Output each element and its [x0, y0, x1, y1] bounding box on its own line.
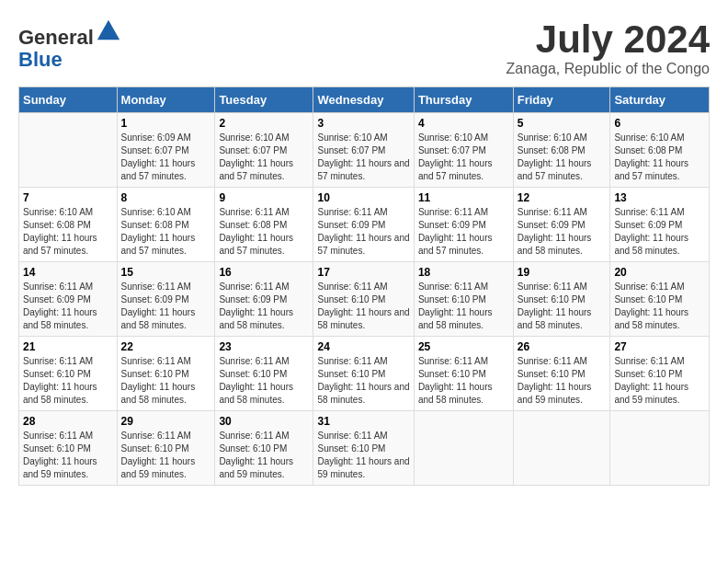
day-info: Sunrise: 6:10 AMSunset: 6:08 PMDaylight:…: [614, 132, 705, 183]
weekday-header: Friday: [513, 87, 610, 113]
weekday-header: Monday: [117, 87, 215, 113]
day-info: Sunrise: 6:11 AMSunset: 6:10 PMDaylight:…: [418, 355, 509, 407]
weekday-header: Saturday: [610, 87, 710, 113]
calendar-cell: 22Sunrise: 6:11 AMSunset: 6:10 PMDayligh…: [117, 337, 215, 411]
day-info: Sunrise: 6:11 AMSunset: 6:10 PMDaylight:…: [23, 430, 113, 481]
day-number: 24: [317, 340, 409, 353]
calendar-cell: 15Sunrise: 6:11 AMSunset: 6:09 PMDayligh…: [117, 262, 215, 337]
day-info: Sunrise: 6:11 AMSunset: 6:10 PMDaylight:…: [317, 430, 409, 481]
logo: General Blue: [18, 18, 121, 71]
day-number: 28: [23, 415, 113, 428]
day-info: Sunrise: 6:11 AMSunset: 6:10 PMDaylight:…: [518, 355, 607, 407]
calendar-cell: 16Sunrise: 6:11 AMSunset: 6:09 PMDayligh…: [215, 262, 313, 337]
day-number: 16: [219, 266, 309, 279]
day-info: Sunrise: 6:10 AMSunset: 6:08 PMDaylight:…: [23, 206, 113, 258]
calendar-cell: 28Sunrise: 6:11 AMSunset: 6:10 PMDayligh…: [19, 411, 118, 486]
calendar-cell: 9Sunrise: 6:11 AMSunset: 6:08 PMDaylight…: [215, 188, 313, 262]
day-info: Sunrise: 6:11 AMSunset: 6:10 PMDaylight:…: [23, 355, 113, 407]
day-info: Sunrise: 6:11 AMSunset: 6:09 PMDaylight:…: [518, 206, 607, 258]
day-info: Sunrise: 6:11 AMSunset: 6:10 PMDaylight:…: [518, 281, 607, 332]
page-header: General Blue July 2024 Zanaga, Republic …: [18, 18, 710, 77]
day-info: Sunrise: 6:11 AMSunset: 6:09 PMDaylight:…: [23, 281, 113, 332]
calendar-week-row: 14Sunrise: 6:11 AMSunset: 6:09 PMDayligh…: [19, 262, 710, 337]
day-number: 18: [418, 266, 509, 279]
calendar-cell: 12Sunrise: 6:11 AMSunset: 6:09 PMDayligh…: [513, 188, 610, 262]
title-block: July 2024 Zanaga, Republic of the Congo: [506, 18, 710, 77]
calendar-cell: 25Sunrise: 6:11 AMSunset: 6:10 PMDayligh…: [414, 337, 513, 411]
day-number: 1: [121, 117, 211, 130]
day-number: 19: [518, 266, 607, 279]
main-title: July 2024: [506, 18, 710, 61]
day-info: Sunrise: 6:10 AMSunset: 6:08 PMDaylight:…: [518, 132, 607, 183]
calendar-cell: 26Sunrise: 6:11 AMSunset: 6:10 PMDayligh…: [513, 337, 610, 411]
calendar-cell: 6Sunrise: 6:10 AMSunset: 6:08 PMDaylight…: [610, 113, 710, 188]
calendar-cell: [513, 411, 610, 486]
calendar-cell: 11Sunrise: 6:11 AMSunset: 6:09 PMDayligh…: [414, 188, 513, 262]
weekday-header: Thursday: [414, 87, 513, 113]
calendar-cell: 4Sunrise: 6:10 AMSunset: 6:07 PMDaylight…: [414, 113, 513, 188]
day-info: Sunrise: 6:11 AMSunset: 6:09 PMDaylight:…: [219, 281, 309, 332]
day-info: Sunrise: 6:11 AMSunset: 6:09 PMDaylight:…: [614, 206, 705, 258]
calendar-cell: 17Sunrise: 6:11 AMSunset: 6:10 PMDayligh…: [313, 262, 414, 337]
day-number: 3: [317, 117, 409, 130]
calendar-cell: 2Sunrise: 6:10 AMSunset: 6:07 PMDaylight…: [215, 113, 313, 188]
day-number: 27: [614, 340, 705, 353]
day-number: 5: [518, 117, 607, 130]
calendar-table: SundayMondayTuesdayWednesdayThursdayFrid…: [18, 86, 710, 486]
calendar-cell: 10Sunrise: 6:11 AMSunset: 6:09 PMDayligh…: [313, 188, 414, 262]
day-info: Sunrise: 6:10 AMSunset: 6:07 PMDaylight:…: [418, 132, 509, 183]
calendar-cell: [414, 411, 513, 486]
calendar-cell: 24Sunrise: 6:11 AMSunset: 6:10 PMDayligh…: [313, 337, 414, 411]
day-number: 10: [317, 191, 409, 204]
day-info: Sunrise: 6:11 AMSunset: 6:10 PMDaylight:…: [614, 281, 705, 332]
day-number: 12: [518, 191, 607, 204]
weekday-header: Sunday: [19, 87, 118, 113]
day-info: Sunrise: 6:11 AMSunset: 6:10 PMDaylight:…: [219, 430, 309, 481]
day-info: Sunrise: 6:11 AMSunset: 6:09 PMDaylight:…: [418, 206, 509, 258]
day-number: 29: [121, 415, 211, 428]
day-info: Sunrise: 6:11 AMSunset: 6:09 PMDaylight:…: [121, 281, 211, 332]
day-info: Sunrise: 6:11 AMSunset: 6:10 PMDaylight:…: [219, 355, 309, 407]
calendar-cell: 7Sunrise: 6:10 AMSunset: 6:08 PMDaylight…: [19, 188, 118, 262]
calendar-cell: 14Sunrise: 6:11 AMSunset: 6:09 PMDayligh…: [19, 262, 118, 337]
day-number: 2: [219, 117, 309, 130]
day-number: 9: [219, 191, 309, 204]
calendar-cell: 23Sunrise: 6:11 AMSunset: 6:10 PMDayligh…: [215, 337, 313, 411]
day-info: Sunrise: 6:11 AMSunset: 6:10 PMDaylight:…: [418, 281, 509, 332]
calendar-cell: 21Sunrise: 6:11 AMSunset: 6:10 PMDayligh…: [19, 337, 118, 411]
weekday-header: Wednesday: [313, 87, 414, 113]
day-info: Sunrise: 6:11 AMSunset: 6:08 PMDaylight:…: [219, 206, 309, 258]
calendar-cell: 27Sunrise: 6:11 AMSunset: 6:10 PMDayligh…: [610, 337, 710, 411]
calendar-cell: 3Sunrise: 6:10 AMSunset: 6:07 PMDaylight…: [313, 113, 414, 188]
weekday-header: Tuesday: [215, 87, 313, 113]
day-info: Sunrise: 6:10 AMSunset: 6:07 PMDaylight:…: [219, 132, 309, 183]
calendar-week-row: 1Sunrise: 6:09 AMSunset: 6:07 PMDaylight…: [19, 113, 710, 188]
calendar-cell: 29Sunrise: 6:11 AMSunset: 6:10 PMDayligh…: [117, 411, 215, 486]
day-number: 22: [121, 340, 211, 353]
calendar-cell: [19, 113, 118, 188]
day-number: 15: [121, 266, 211, 279]
logo-icon: [96, 18, 121, 44]
calendar-cell: 5Sunrise: 6:10 AMSunset: 6:08 PMDaylight…: [513, 113, 610, 188]
calendar-cell: 18Sunrise: 6:11 AMSunset: 6:10 PMDayligh…: [414, 262, 513, 337]
day-number: 17: [317, 266, 409, 279]
subtitle: Zanaga, Republic of the Congo: [506, 61, 710, 77]
day-number: 23: [219, 340, 309, 353]
day-number: 21: [23, 340, 113, 353]
day-number: 26: [518, 340, 607, 353]
day-info: Sunrise: 6:11 AMSunset: 6:09 PMDaylight:…: [317, 206, 409, 258]
calendar-week-row: 28Sunrise: 6:11 AMSunset: 6:10 PMDayligh…: [19, 411, 710, 486]
svg-marker-0: [97, 20, 119, 40]
calendar-cell: 31Sunrise: 6:11 AMSunset: 6:10 PMDayligh…: [313, 411, 414, 486]
calendar-cell: 8Sunrise: 6:10 AMSunset: 6:08 PMDaylight…: [117, 188, 215, 262]
day-number: 25: [418, 340, 509, 353]
logo-blue: Blue: [18, 48, 63, 71]
day-info: Sunrise: 6:11 AMSunset: 6:10 PMDaylight:…: [317, 355, 409, 407]
day-number: 20: [614, 266, 705, 279]
calendar-cell: 13Sunrise: 6:11 AMSunset: 6:09 PMDayligh…: [610, 188, 710, 262]
day-number: 13: [614, 191, 705, 204]
calendar-cell: 1Sunrise: 6:09 AMSunset: 6:07 PMDaylight…: [117, 113, 215, 188]
day-number: 11: [418, 191, 509, 204]
calendar-week-row: 21Sunrise: 6:11 AMSunset: 6:10 PMDayligh…: [19, 337, 710, 411]
header-row: SundayMondayTuesdayWednesdayThursdayFrid…: [19, 87, 710, 113]
